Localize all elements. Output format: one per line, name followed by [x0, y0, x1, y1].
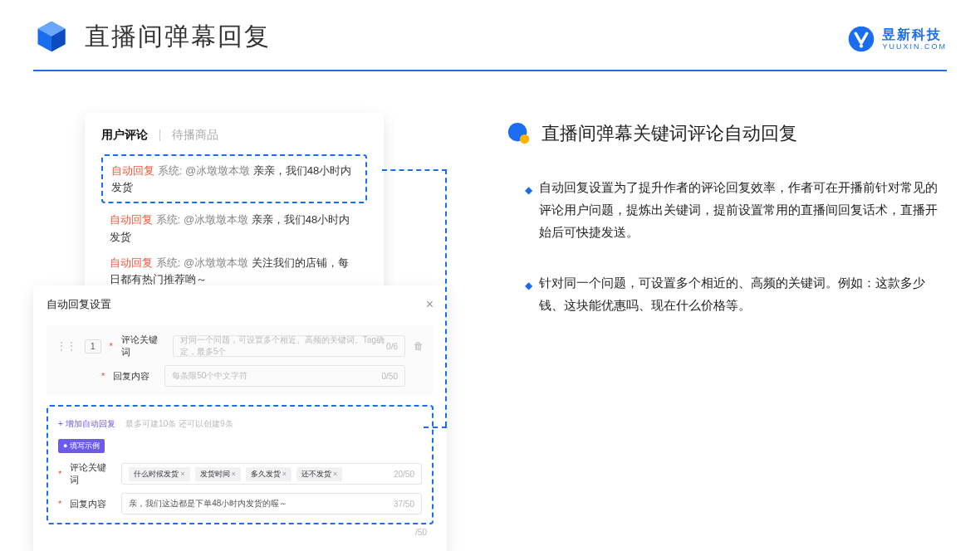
cube-icon: [33, 18, 70, 55]
auto-reply-tag: 自动回复: [110, 256, 153, 269]
char-counter: 0/50: [382, 372, 398, 381]
example-box: + 增加自动回复 最多可建10条 还可以创建9条 ● 填写示例 * 评论关键词 …: [47, 405, 434, 524]
keyword-tag: 发货时间×: [195, 467, 241, 481]
example-keyword-input[interactable]: 什么时候发货× 发货时间× 多久发货× 还不发货× 20/50: [121, 463, 422, 485]
diamond-icon: ◆: [525, 277, 532, 316]
keyword-label: 评论关键词: [121, 334, 164, 358]
example-reply-text: 亲，我们这边都是下单48小时内发货的喔～: [129, 498, 287, 510]
reply-input[interactable]: 每条限50个中文字符 0/50: [164, 365, 405, 387]
settings-title: 自动回复设置: [47, 297, 111, 312]
logo-text-cn: 昱新科技: [882, 28, 947, 41]
right-panel: 直播间弹幕关键词评论自动回复 ◆ 自动回复设置为了提升作者的评论回复效率，作者可…: [507, 113, 947, 344]
keyword-tag: 什么时候发货×: [129, 467, 189, 481]
order-badge: 1: [85, 339, 101, 354]
section-title: 直播间弹幕关键词评论自动回复: [541, 121, 797, 146]
brand-logo: 昱新科技 YUUXIN.COM: [847, 25, 947, 53]
char-counter: 0/6: [386, 342, 398, 351]
connector-horizontal: [382, 169, 447, 171]
system-label: 系统: @冰墩墩本墩: [158, 164, 253, 177]
bullet-text: 针对同一个问题，可设置多个相近的、高频的关键词。例如：这款多少钱、这块能优惠吗、…: [539, 271, 947, 316]
add-hint: 最多可建10条 还可以创建9条: [125, 419, 233, 428]
bullet-item: ◆ 自动回复设置为了提升作者的评论回复效率，作者可在开播前针对常见的评论用户问题…: [507, 176, 947, 243]
char-counter: 20/50: [394, 470, 414, 479]
close-icon[interactable]: ×: [426, 297, 434, 312]
logo-text-en: YUUXIN.COM: [882, 43, 947, 51]
keyword-tag: 还不发货×: [296, 467, 342, 481]
bullet-item: ◆ 针对同一个问题，可设置多个相近的、高频的关键词。例如：这款多少钱、这块能优惠…: [507, 271, 947, 316]
required-star: *: [58, 469, 61, 479]
chat-bubble-icon: [507, 121, 532, 146]
keyword-label: 评论关键词: [70, 461, 113, 486]
page-header: 直播间弹幕回复: [0, 0, 980, 55]
connector-vertical: [445, 169, 447, 427]
comment-row: 自动回复 系统: @冰墩墩本墩 亲亲，我们48小时内发货: [101, 203, 367, 246]
system-label: 系统: @冰墩墩本墩: [156, 213, 252, 226]
lower-counter: /50: [47, 528, 434, 537]
required-star: *: [110, 341, 113, 351]
drag-handle-icon[interactable]: ⋮⋮: [56, 340, 76, 352]
example-badge: ● 填写示例: [58, 439, 105, 453]
bullet-text: 自动回复设置为了提升作者的评论回复效率，作者可在开播前针对常见的评论用户问题，提…: [539, 176, 947, 243]
tab-products[interactable]: 待播商品: [172, 128, 218, 143]
page-title: 直播间弹幕回复: [85, 20, 271, 54]
trash-icon[interactable]: 🗑: [414, 340, 424, 352]
system-label: 系统: @冰墩墩本墩: [156, 256, 252, 269]
tab-divider: [159, 129, 160, 141]
tabs: 用户评论 待播商品: [101, 128, 367, 143]
required-star: *: [101, 371, 105, 381]
connector-horizontal-2: [424, 427, 447, 428]
svg-point-2: [520, 134, 529, 144]
placeholder-text: 每条限50个中文字符: [172, 370, 247, 382]
auto-reply-tag: 自动回复: [110, 213, 153, 226]
logo-icon: [847, 25, 875, 53]
tab-comments[interactable]: 用户评论: [101, 128, 148, 143]
settings-card: 自动回复设置 × ⋮⋮ 1 * 评论关键词 对同一个问题，可设置多个相近、高频的…: [33, 285, 447, 551]
add-reply-button[interactable]: + 增加自动回复: [58, 419, 115, 428]
form-block: ⋮⋮ 1 * 评论关键词 对同一个问题，可设置多个相近、高频的关键词。Tag确定…: [47, 325, 434, 395]
auto-reply-tag: 自动回复: [111, 164, 154, 177]
comment-row: 自动回复 系统: @冰墩墩本墩 关注我们的店铺，每日都有热门推荐哟～: [101, 246, 367, 290]
left-panel: 用户评论 待播商品 自动回复 系统: @冰墩墩本墩 亲亲，我们48小时内发货 自…: [33, 113, 448, 344]
required-star: *: [58, 499, 61, 509]
reply-label: 回复内容: [70, 498, 113, 510]
keyword-input[interactable]: 对同一个问题，可设置多个相近、高频的关键词。Tag确定，最多5个 0/6: [173, 335, 405, 357]
example-reply-input[interactable]: 亲，我们这边都是下单48小时内发货的喔～ 37/50: [121, 493, 422, 514]
char-counter: 37/50: [394, 500, 414, 509]
diamond-icon: ◆: [525, 182, 532, 243]
placeholder-text: 对同一个问题，可设置多个相近、高频的关键词。Tag确定，最多5个: [180, 334, 386, 358]
reply-label: 回复内容: [113, 370, 156, 383]
highlighted-comment: 自动回复 系统: @冰墩墩本墩 亲亲，我们48小时内发货: [101, 154, 367, 203]
keyword-tag: 多久发货×: [246, 467, 292, 481]
svg-point-0: [860, 44, 863, 47]
